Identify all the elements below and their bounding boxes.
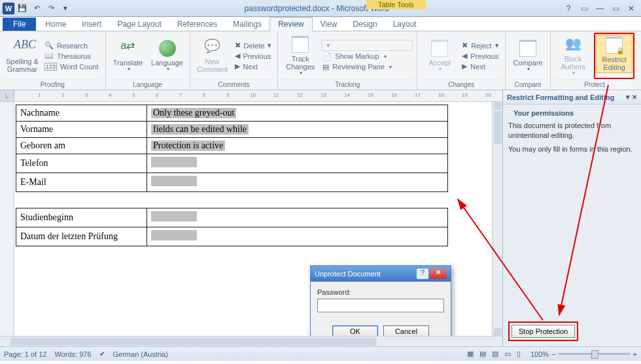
- reject-button[interactable]: ✖ Reject ▾: [460, 41, 501, 51]
- password-label: Password:: [317, 288, 444, 296]
- language-button[interactable]: Language: [149, 33, 186, 79]
- previous-change-button[interactable]: ◀ Previous: [460, 51, 501, 61]
- tab-file[interactable]: File: [3, 18, 36, 31]
- form-field[interactable]: [147, 227, 448, 246]
- redo-icon[interactable]: ↷: [44, 2, 58, 15]
- view-buttons[interactable]: ▦ ▤ ▧ ▭ ▯: [467, 350, 523, 358]
- next-comment-button[interactable]: ▶ Next: [234, 61, 274, 72]
- thesaurus-button[interactable]: 📖 Thesaurus: [43, 51, 101, 61]
- tab-references[interactable]: References: [169, 18, 225, 31]
- editable-field[interactable]: [151, 211, 197, 222]
- tab-insert[interactable]: Insert: [74, 18, 109, 31]
- block-authors-button[interactable]: 👥Block Authors: [555, 33, 591, 79]
- form-table-1: NachnameOnly these greyed-outVornamefiel…: [16, 105, 448, 192]
- new-comment-button[interactable]: 💬New Comment: [194, 33, 231, 79]
- word-app-icon[interactable]: W: [3, 3, 14, 14]
- table-row: Telefon: [16, 154, 448, 173]
- editable-field[interactable]: [151, 176, 197, 186]
- restrict-editing-button[interactable]: 🔒 Restrict Editing: [596, 35, 632, 73]
- group-language: a⇄Translate Language Language: [106, 31, 190, 90]
- editable-field[interactable]: Protection is active: [151, 141, 225, 151]
- stop-protection-button[interactable]: Stop Protection: [511, 325, 575, 338]
- tab-review[interactable]: Review: [269, 17, 312, 31]
- vertical-ruler[interactable]: [0, 102, 14, 336]
- ok-button[interactable]: OK: [332, 325, 378, 336]
- editable-field[interactable]: [151, 157, 197, 167]
- pane-dropdown-icon[interactable]: ▾: [626, 93, 630, 101]
- group-protect: 👥Block Authors 🔒 Restrict Editing Protec…: [551, 31, 638, 90]
- restrict-editing-pane: Restrict Formatting and Editing ▾ ✕ Your…: [502, 90, 641, 346]
- status-bar: Page: 1 of 12 Words: 976 ✔ German (Austr…: [0, 346, 641, 361]
- dialog-close-icon[interactable]: ✕: [430, 269, 447, 279]
- pane-text-2: You may only fill in forms in this regio…: [508, 144, 636, 154]
- maximize-icon[interactable]: ▭: [608, 3, 623, 14]
- tab-page-layout[interactable]: Page Layout: [109, 18, 169, 31]
- dialog-title-bar[interactable]: Unprotect Document ? ✕: [311, 266, 451, 282]
- save-icon[interactable]: 💾: [16, 2, 29, 15]
- vertical-scrollbar[interactable]: [492, 102, 502, 336]
- dialog-help-icon[interactable]: ?: [417, 269, 428, 279]
- editable-field[interactable]: [151, 230, 197, 240]
- translate-button[interactable]: a⇄Translate: [110, 33, 147, 79]
- accept-button[interactable]: Accept: [421, 33, 458, 79]
- form-field[interactable]: [147, 173, 448, 192]
- spelling-grammar-button[interactable]: ABCSpelling & Grammar: [4, 33, 41, 79]
- form-field[interactable]: fields can be edited while: [147, 122, 448, 138]
- field-label: Telefon: [16, 154, 147, 173]
- close-icon[interactable]: ✕: [624, 3, 638, 14]
- password-input[interactable]: [317, 299, 444, 312]
- pane-close-icon[interactable]: ✕: [632, 93, 637, 101]
- tab-design[interactable]: Design: [345, 18, 385, 31]
- track-changes-button[interactable]: Track Changes: [282, 33, 319, 79]
- group-changes: Accept ✖ Reject ▾ ◀ Previous ▶ Next Chan…: [417, 31, 506, 90]
- horizontal-scrollbar[interactable]: [0, 336, 502, 346]
- table-row: NachnameOnly these greyed-out: [16, 105, 448, 122]
- word-count-button[interactable]: 123 Word Count: [43, 61, 101, 72]
- tab-mailings[interactable]: Mailings: [225, 18, 269, 31]
- research-button[interactable]: 🔍 Research: [43, 41, 101, 51]
- reviewing-pane-button[interactable]: ▤ Reviewing Pane: [321, 61, 413, 72]
- editable-field[interactable]: Only these greyed-out: [151, 108, 236, 118]
- cancel-button[interactable]: Cancel: [383, 325, 429, 336]
- delete-comment-button[interactable]: ✖ Delete ▾: [234, 41, 274, 51]
- minimize-ribbon-icon[interactable]: ▭: [577, 3, 591, 14]
- form-field[interactable]: [147, 154, 448, 173]
- status-words[interactable]: Words: 976: [54, 350, 91, 358]
- field-label: Studienbeginn: [16, 208, 147, 227]
- minimize-icon[interactable]: —: [593, 3, 607, 14]
- tab-home[interactable]: Home: [37, 18, 74, 31]
- zoom-out-icon[interactable]: −: [551, 350, 555, 358]
- field-label: Vorname: [16, 122, 147, 138]
- quick-access-toolbar: W 💾 ↶ ↷ ▾: [3, 2, 72, 15]
- show-markup-button[interactable]: 📄 Show Markup: [321, 51, 413, 61]
- tab-layout[interactable]: Layout: [385, 18, 424, 31]
- zoom-in-icon[interactable]: +: [633, 350, 637, 358]
- help-icon[interactable]: ?: [561, 3, 576, 14]
- undo-icon[interactable]: ↶: [30, 2, 43, 15]
- status-page[interactable]: Page: 1 of 12: [4, 350, 46, 358]
- editable-field[interactable]: fields can be edited while: [151, 124, 249, 135]
- form-field[interactable]: [147, 208, 448, 227]
- table-row: E-Mail: [16, 173, 448, 192]
- horizontal-ruler[interactable]: L1234567891011121314151617181920: [0, 90, 502, 102]
- qat-customize-icon[interactable]: ▾: [59, 2, 72, 15]
- next-change-button[interactable]: ▶ Next: [460, 61, 501, 72]
- display-for-review-dropdown[interactable]: ▾: [321, 40, 413, 51]
- status-language[interactable]: German (Austria): [113, 350, 168, 358]
- pane-text-1: This document is protected from unintent…: [508, 121, 636, 141]
- restrict-editing-highlight: 🔒 Restrict Editing: [594, 33, 634, 79]
- accept-icon: [431, 40, 448, 57]
- zoom-slider[interactable]: [559, 353, 631, 355]
- form-field[interactable]: Only these greyed-out: [147, 105, 448, 122]
- tab-view[interactable]: View: [313, 18, 345, 31]
- ribbon-tabs: Table Tools File Home Insert Page Layout…: [0, 17, 641, 31]
- document-view[interactable]: NachnameOnly these greyed-outVornamefiel…: [14, 102, 492, 336]
- zoom-control[interactable]: 100% − +: [530, 350, 637, 358]
- status-proofing-icon[interactable]: ✔: [99, 350, 105, 358]
- compare-button[interactable]: Compare: [510, 33, 546, 79]
- previous-comment-button[interactable]: ◀ Previous: [234, 51, 274, 61]
- zoom-level[interactable]: 100%: [530, 350, 549, 358]
- group-tracking: Track Changes ▾ 📄 Show Markup ▤ Reviewin…: [278, 31, 417, 90]
- title-bar: W 💾 ↶ ↷ ▾ passwordprotected.docx - Micro…: [0, 0, 641, 17]
- form-field[interactable]: Protection is active: [147, 138, 448, 154]
